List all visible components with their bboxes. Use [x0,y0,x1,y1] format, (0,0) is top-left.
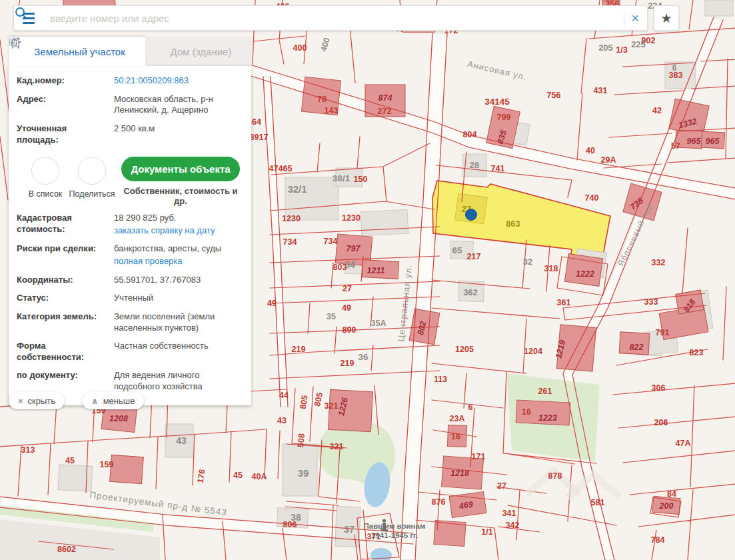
share-button[interactable] [78,157,106,185]
map-label: 342 [506,521,520,530]
map-label: 1/1 [481,527,492,537]
field-value: 18 290 825 руб. [114,213,243,224]
add-to-list-label: В список [22,189,69,199]
map-label: 805 [313,391,325,407]
map-label: 261 [538,387,552,396]
field-value: Для ведения личного подсобного хозяйства [114,370,243,392]
field-row: Статус:Учтенный [17,293,243,304]
map-label: 44 [279,391,289,400]
close-icon: × [18,396,23,406]
map-label: 756 [547,91,561,100]
tab-land-parcel[interactable]: Земельный участок [9,37,145,66]
map-label: 78 [317,95,327,104]
field-label: Риски при сделки: [17,243,114,267]
search-input[interactable] [43,13,617,24]
map-label: 8602 [57,545,76,554]
map-label: 890 [343,325,357,335]
map-label: 734 [324,237,338,246]
map-label: 1208 [109,414,128,423]
map-label: 965 [687,137,702,146]
field-value: 55.591701, 37.767083 [114,275,243,286]
map-label: 508 [296,433,307,447]
map-label: 805 [298,395,309,410]
cadastral-map-app: 4064001727814327274644891747465150123012… [0,0,735,560]
tab-label: Дом (здание) [171,46,232,57]
field-row: Координаты:55.591701, 37.767083 [17,275,243,286]
map-label: 16 [451,432,460,441]
object-main-fields: Кад.номер:50:21:0050209:863Адрес:Московс… [17,75,243,145]
object-detail-fields: Кадастровая стоимость:18 290 825 руб.зак… [17,213,243,393]
map-label: 65 [452,245,462,255]
map-label: 6 [672,63,677,73]
field-label: Уточненная площадь: [17,123,114,145]
field-value: Земли поселений (земли населенных пункто… [114,311,243,333]
field-row: Уточненная площадь:2 500 кв.м [17,123,243,145]
map-label: 143 [325,106,339,115]
less-button[interactable]: ∧ меньше [82,392,144,409]
map-label: 741 [491,164,505,173]
map-label: 217 [467,252,481,261]
map-label: 804 [463,130,477,139]
map-label: 791 [656,328,670,337]
map-label: 863 [506,219,520,229]
street-label: Анисовая ул. [466,59,528,82]
map-label: 874 [378,93,392,103]
map-label: 29А [601,155,616,165]
divider [624,11,624,25]
map-label: 823 [690,348,704,357]
map-label: 45 [65,456,75,465]
map-label: 965 [706,137,720,146]
object-documents-button[interactable]: Документы объекта [121,157,239,181]
info-panel: Земельный участок Дом (здание) Кад.номер… [9,37,251,405]
map-label: 84 [667,489,676,499]
map-label: 1218 [450,469,469,478]
map-label: 321 [330,442,344,451]
map-label: 40 [586,146,595,155]
map-label: 341 [502,509,516,518]
field-row: Форма собственности:Частная собственност… [17,341,243,363]
selected-parcel-marker[interactable] [466,209,477,221]
field-label: Кад.номер: [17,75,114,87]
map-label: 16 [522,407,531,417]
map-label: 47465 [269,164,293,173]
map-label: 176 [195,469,207,484]
map-label: 876 [432,497,446,507]
field-label: по документу: [17,370,114,392]
field-label: Координаты: [17,275,114,286]
map-label: 1941-1945 гг. [371,531,418,539]
map-label: 1205 [455,345,474,354]
map-label: 321 [325,401,339,411]
hide-button[interactable]: × скрыть [9,392,65,409]
map-label: 206 [654,418,668,427]
field-label: Статус: [17,293,114,304]
map-label: 200 [659,501,674,511]
map-label: 32/1 [287,183,307,195]
field-label: Кадастровая стоимость: [17,213,114,236]
map-label: 272 [378,107,392,116]
map-label: 38/1 [333,173,351,183]
add-to-list-button[interactable] [31,157,59,185]
field-link[interactable]: полная проверка [114,256,243,267]
map-label: 1/3 [616,45,627,55]
map-label: 362 [463,287,478,297]
favorites-button[interactable]: ★ [654,5,679,31]
tab-building[interactable]: Дом (здание) [145,37,251,66]
map-label: 400 [293,43,307,53]
map-label: 219 [292,345,306,354]
map-label: 1230 [342,213,361,223]
map-label: 6 [468,403,473,412]
map-label: 35А [371,319,386,328]
field-label: Адрес: [17,94,114,116]
map-label: 306 [652,383,666,393]
field-row: Кадастровая стоимость:18 290 825 руб.зак… [17,213,243,236]
field-link[interactable]: 50:21:0050209:863 [114,75,243,87]
field-value: 2 500 кв.м [114,123,243,135]
field-row: Риски при сделки:банкротства, аресты, су… [17,243,243,267]
field-value: Учтенный [114,293,243,304]
map-label: 400 [319,37,332,53]
map-label: 205 [598,43,613,53]
close-icon[interactable]: × [631,11,639,25]
field-row: Кад.номер:50:21:0050209:863 [17,75,243,87]
map-label: 37 [344,524,355,535]
field-link[interactable]: заказать справку на дату [114,225,243,237]
